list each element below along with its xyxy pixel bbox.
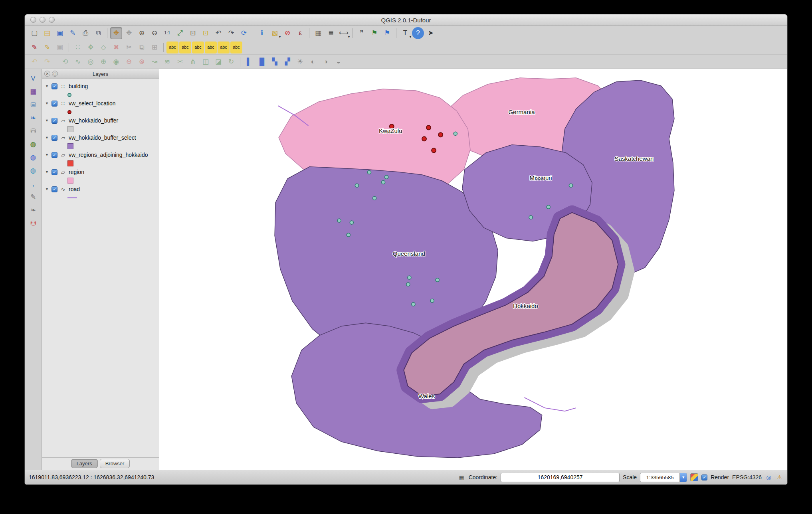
layer-visibility-checkbox[interactable]: ✓ bbox=[51, 169, 57, 175]
move-feature-icon[interactable]: ✥ bbox=[85, 42, 97, 53]
reshape-features-icon[interactable]: ↝ bbox=[149, 56, 160, 68]
delete-selected-icon[interactable]: ✖ bbox=[110, 42, 122, 53]
decrease-contrast-icon[interactable]: ◒ bbox=[333, 56, 345, 68]
crs-status-icon[interactable]: ◎ bbox=[765, 474, 772, 481]
coordinate-input[interactable] bbox=[501, 473, 620, 482]
fill-ring-icon[interactable]: ◉ bbox=[110, 56, 122, 68]
redo-icon[interactable]: ↷ bbox=[41, 56, 53, 68]
layer-visibility-checkbox[interactable]: ✓ bbox=[51, 118, 57, 124]
select-by-expression-icon[interactable]: ε bbox=[294, 27, 306, 39]
layer-item-vw_hokkaido_buffer[interactable]: ▼✓▱vw_hokkaido_buffer bbox=[43, 116, 158, 125]
chevron-down-icon[interactable]: ▼ bbox=[679, 473, 687, 482]
add-spatialite-layer-icon[interactable]: ❧ bbox=[27, 112, 39, 124]
identify-features-icon[interactable]: ℹ bbox=[256, 27, 268, 39]
title-bar[interactable]: QGIS 2.0.1-Dufour bbox=[25, 14, 787, 26]
expand-triangle-icon[interactable]: ▼ bbox=[45, 101, 49, 105]
layer-name[interactable]: vw_select_location bbox=[69, 100, 116, 107]
offset-curve-icon[interactable]: ≋ bbox=[161, 56, 173, 68]
project-save-icon[interactable]: ▣ bbox=[54, 27, 66, 39]
full-cumulative-cut-stretch-icon[interactable]: ▞ bbox=[281, 56, 293, 68]
layer-visibility-checkbox[interactable]: ✓ bbox=[51, 101, 57, 107]
local-histogram-stretch-icon[interactable]: ▌ bbox=[243, 56, 255, 68]
simplify-feature-icon[interactable]: ∿ bbox=[72, 56, 84, 68]
split-parts-icon[interactable]: ⋔ bbox=[187, 56, 199, 68]
whats-this-icon[interactable]: ➤ bbox=[425, 27, 437, 39]
stop-rendering-icon[interactable] bbox=[690, 473, 698, 481]
add-part-icon[interactable]: ⊕ bbox=[97, 56, 109, 68]
zoom-button[interactable] bbox=[49, 17, 55, 23]
show-bookmarks-icon[interactable]: ⚑ bbox=[381, 27, 393, 39]
add-mssql-layer-icon[interactable]: ⛁ bbox=[27, 125, 39, 137]
layer-visibility-checkbox[interactable]: ✓ bbox=[51, 186, 57, 192]
add-feature-icon[interactable]: ∷ bbox=[72, 42, 84, 53]
paste-features-icon[interactable]: ⊞ bbox=[149, 42, 160, 53]
pan-to-selection-icon[interactable]: ✥ bbox=[123, 27, 135, 39]
add-wfs-layer-icon[interactable]: ◍ bbox=[27, 164, 39, 176]
tab-layers[interactable]: Layers bbox=[71, 459, 98, 468]
label-show-hide-icon[interactable]: abc bbox=[192, 42, 204, 53]
label-rotate-icon[interactable]: abc bbox=[218, 42, 230, 53]
layer-name[interactable]: vw_regions_adjoining_hokkaido bbox=[69, 152, 148, 158]
open-attribute-table-icon[interactable]: ▦ bbox=[312, 27, 324, 39]
label-move-icon[interactable]: abc bbox=[205, 42, 217, 53]
merge-features-icon[interactable]: ◫ bbox=[200, 56, 212, 68]
layer-item-vw_select_location[interactable]: ▼✓∷vw_select_location bbox=[43, 99, 158, 108]
map-canvas[interactable]: KwaZuluGermaniaSaskatchewanMissouriQueen… bbox=[159, 69, 787, 470]
expand-triangle-icon[interactable]: ▼ bbox=[45, 119, 49, 123]
minimize-button[interactable] bbox=[40, 17, 46, 23]
add-delimited-text-layer-icon[interactable]: , bbox=[27, 178, 39, 190]
zoom-full-icon[interactable]: ⤢ bbox=[174, 27, 186, 39]
layer-item-vw_regions_adjoining_hokkaido[interactable]: ▼✓▱vw_regions_adjoining_hokkaido bbox=[43, 150, 158, 160]
messages-log-icon[interactable]: ⚠ bbox=[776, 474, 783, 481]
label-properties-icon[interactable]: abc bbox=[230, 42, 242, 53]
map-refresh-icon[interactable]: ⟳ bbox=[238, 27, 250, 39]
project-save-as-icon[interactable]: ✎ bbox=[67, 27, 79, 39]
panel-float-icon[interactable]: ◻ bbox=[52, 71, 58, 77]
layer-name[interactable]: region bbox=[69, 169, 84, 175]
zoom-in-icon[interactable]: ⊕ bbox=[136, 27, 148, 39]
new-shapefile-layer-icon[interactable]: ✎ bbox=[27, 191, 39, 203]
node-tool-icon[interactable]: ◇ bbox=[97, 42, 109, 53]
close-button[interactable] bbox=[30, 17, 36, 23]
new-print-composer-icon[interactable]: ⎙ bbox=[79, 27, 91, 39]
split-features-icon[interactable]: ✂ bbox=[174, 56, 186, 68]
increase-brightness-icon[interactable]: ☀ bbox=[294, 56, 306, 68]
zoom-last-icon[interactable]: ↶ bbox=[212, 27, 224, 39]
map-tips-icon[interactable]: ❞ bbox=[356, 27, 368, 39]
tab-browser[interactable]: Browser bbox=[100, 459, 130, 468]
project-open-icon[interactable]: ▤ bbox=[41, 27, 53, 39]
help-contents-icon[interactable]: ? bbox=[412, 27, 424, 39]
add-wms-layer-icon[interactable]: ◍ bbox=[27, 138, 39, 150]
extents-toggle-icon[interactable]: ▦ bbox=[458, 474, 465, 481]
expand-triangle-icon[interactable]: ▼ bbox=[45, 187, 49, 191]
merge-attributes-icon[interactable]: ◪ bbox=[212, 56, 224, 68]
add-oracle-layer-icon[interactable]: ⛁ bbox=[27, 217, 39, 229]
delete-ring-icon[interactable]: ⊖ bbox=[123, 56, 135, 68]
measure-line-icon[interactable]: ⟷▾ bbox=[338, 27, 350, 39]
new-bookmark-icon[interactable]: ⚑ bbox=[368, 27, 380, 39]
panel-close-icon[interactable]: ✕ bbox=[44, 71, 50, 77]
composer-manager-icon[interactable]: ⧉ bbox=[92, 27, 104, 39]
delete-part-icon[interactable]: ⊗ bbox=[136, 56, 148, 68]
render-checkbox[interactable]: ✓ bbox=[701, 474, 707, 480]
undo-icon[interactable]: ↶ bbox=[28, 56, 40, 68]
save-layer-edits-icon[interactable]: ▣ bbox=[54, 42, 66, 53]
expand-triangle-icon[interactable]: ▼ bbox=[45, 170, 49, 174]
text-annotation-icon[interactable]: T▾ bbox=[399, 27, 411, 39]
add-wcs-layer-icon[interactable]: ◍ bbox=[27, 151, 39, 163]
label-settings-icon[interactable]: abc bbox=[166, 42, 178, 53]
full-histogram-stretch-icon[interactable]: █ bbox=[256, 56, 268, 68]
layer-item-road[interactable]: ▼✓∿road bbox=[43, 184, 158, 194]
layer-name[interactable]: road bbox=[69, 186, 80, 192]
rotate-point-symbols-icon[interactable]: ↻ bbox=[225, 56, 237, 68]
expand-triangle-icon[interactable]: ▼ bbox=[45, 136, 49, 140]
increase-contrast-icon[interactable]: ◑ bbox=[320, 56, 332, 68]
zoom-to-layer-icon[interactable]: ⊡ bbox=[187, 27, 199, 39]
new-spatialite-layer-icon[interactable]: ❧ bbox=[27, 204, 39, 216]
zoom-native-icon[interactable]: 1:1 bbox=[161, 27, 173, 39]
add-vector-layer-icon[interactable]: V bbox=[27, 72, 39, 84]
pan-map-icon[interactable]: ✥ bbox=[110, 27, 122, 39]
select-features-icon[interactable]: ▧▾ bbox=[269, 27, 281, 39]
layer-name[interactable]: building bbox=[69, 83, 88, 89]
decrease-brightness-icon[interactable]: ◐ bbox=[307, 56, 319, 68]
